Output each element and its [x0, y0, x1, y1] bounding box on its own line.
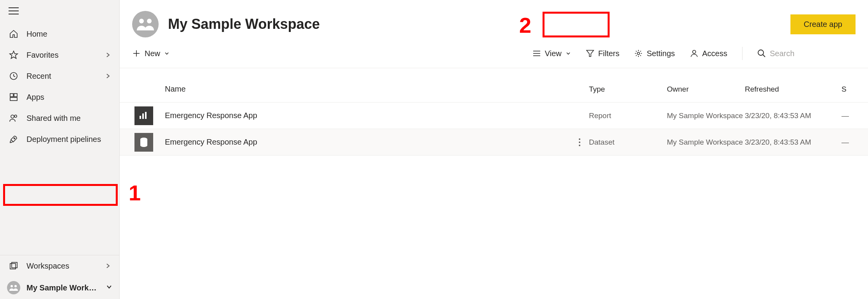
- row-name[interactable]: Emergency Response App: [165, 138, 570, 147]
- content-table: Name Type Owner Refreshed S Emergency Re…: [120, 68, 868, 156]
- toolbar: New View Filters Settings Access: [120, 41, 868, 68]
- clock-icon: [9, 71, 19, 81]
- svg-rect-27: [140, 116, 141, 119]
- chevron-down-icon: [164, 51, 170, 56]
- view-button[interactable]: View: [532, 49, 571, 58]
- current-workspace-label: My Sample Works…: [27, 283, 100, 292]
- svg-point-9: [14, 115, 17, 117]
- row-sensitivity: —: [841, 111, 865, 120]
- col-sensitivity-header[interactable]: S: [841, 85, 865, 94]
- row-name[interactable]: Emergency Response App: [165, 111, 570, 120]
- table-header-row: Name Type Owner Refreshed S: [120, 76, 868, 103]
- current-workspace-selector[interactable]: My Sample Works…: [0, 276, 119, 299]
- svg-line-26: [763, 55, 765, 57]
- svg-rect-28: [142, 113, 144, 119]
- svg-marker-22: [587, 50, 594, 57]
- nav-item-label: Apps: [27, 93, 111, 102]
- col-type-header[interactable]: Type: [589, 85, 667, 94]
- home-icon: [9, 29, 19, 39]
- nav-item-label: Shared with me: [27, 114, 111, 123]
- svg-point-32: [579, 142, 580, 143]
- apps-icon: [9, 92, 19, 102]
- table-row[interactable]: Emergency Response App Dataset My Sample…: [120, 129, 868, 156]
- star-icon: [9, 50, 19, 60]
- dataset-icon: [134, 133, 153, 152]
- create-app-button[interactable]: Create app: [790, 14, 856, 34]
- svg-marker-3: [10, 51, 18, 58]
- svg-point-10: [14, 138, 15, 139]
- rocket-icon: [9, 134, 19, 144]
- workspace-title: My Sample Workspace: [168, 16, 781, 32]
- nav-item-recent[interactable]: Recent: [0, 65, 119, 87]
- row-refreshed: 3/23/20, 8:43:53 AM: [745, 138, 841, 147]
- svg-point-14: [14, 285, 17, 287]
- nav-item-home[interactable]: Home: [0, 23, 119, 44]
- col-owner-header[interactable]: Owner: [667, 85, 745, 94]
- settings-label: Settings: [647, 49, 675, 58]
- svg-point-15: [139, 19, 144, 23]
- svg-point-8: [11, 115, 14, 118]
- row-type: Report: [589, 111, 667, 120]
- search-icon: [757, 49, 766, 58]
- nav-item-deployment-pipelines[interactable]: Deployment pipelines: [0, 129, 119, 150]
- svg-rect-29: [145, 112, 147, 119]
- toolbar-divider: [742, 47, 742, 60]
- chevron-right-icon: [105, 262, 111, 271]
- svg-rect-11: [10, 264, 16, 269]
- svg-point-31: [579, 138, 580, 140]
- svg-point-23: [637, 52, 640, 55]
- svg-point-13: [11, 285, 13, 287]
- svg-point-25: [758, 50, 764, 55]
- svg-point-24: [693, 50, 696, 53]
- row-icon-cell: [123, 106, 165, 125]
- workspace-header: My Sample Workspace Create app: [120, 0, 868, 41]
- nav-item-label: Recent: [27, 72, 97, 81]
- nav-item-label: Home: [27, 30, 111, 39]
- settings-button[interactable]: Settings: [634, 49, 675, 58]
- row-owner: My Sample Workspace: [667, 111, 745, 120]
- row-icon-cell: [123, 133, 165, 152]
- search-input[interactable]: [770, 49, 856, 58]
- nav-item-favorites[interactable]: Favorites: [0, 44, 119, 65]
- nav-item-label: Workspaces: [27, 262, 97, 271]
- chevron-right-icon: [105, 51, 111, 60]
- kebab-icon: [578, 138, 581, 147]
- row-sensitivity: —: [841, 138, 865, 147]
- access-button[interactable]: Access: [690, 49, 727, 58]
- nav-item-label: Favorites: [27, 51, 97, 60]
- svg-rect-6: [14, 94, 17, 97]
- svg-point-16: [147, 19, 152, 23]
- col-refreshed-header[interactable]: Refreshed: [745, 85, 841, 94]
- table-row[interactable]: Emergency Response App Report My Sample …: [120, 103, 868, 129]
- new-label: New: [145, 49, 160, 58]
- filters-label: Filters: [598, 49, 619, 58]
- chevron-right-icon: [105, 72, 111, 81]
- main-content: My Sample Workspace Create app New View …: [120, 0, 868, 299]
- sidebar-bottom: Workspaces My Sample Works…: [0, 255, 119, 299]
- row-type: Dataset: [589, 138, 667, 147]
- nav-item-apps[interactable]: Apps: [0, 87, 119, 108]
- workspace-header-avatar-icon: [132, 11, 159, 37]
- workspaces-icon: [9, 261, 19, 271]
- svg-point-33: [579, 145, 580, 146]
- chevron-down-icon: [106, 284, 112, 292]
- hamburger-menu[interactable]: [0, 0, 119, 23]
- row-refreshed: 3/23/20, 8:43:53 AM: [745, 111, 841, 120]
- sidebar: Home Favorites Recent Apps: [0, 0, 120, 299]
- view-label: View: [545, 49, 562, 58]
- nav-item-label: Deployment pipelines: [27, 135, 111, 144]
- nav-list: Home Favorites Recent Apps: [0, 23, 119, 150]
- svg-rect-12: [12, 262, 17, 268]
- nav-item-shared[interactable]: Shared with me: [0, 108, 119, 129]
- row-more-menu[interactable]: [570, 138, 589, 147]
- col-name-header[interactable]: Name: [165, 85, 570, 94]
- workspace-avatar-icon: [7, 281, 20, 294]
- row-owner: My Sample Workspace: [667, 138, 745, 147]
- people-icon: [9, 113, 19, 123]
- filters-button[interactable]: Filters: [586, 49, 619, 58]
- new-button[interactable]: New: [132, 49, 170, 58]
- chevron-down-icon: [566, 51, 571, 56]
- search-box[interactable]: [757, 49, 856, 58]
- report-icon: [134, 106, 153, 125]
- nav-item-workspaces[interactable]: Workspaces: [0, 255, 119, 276]
